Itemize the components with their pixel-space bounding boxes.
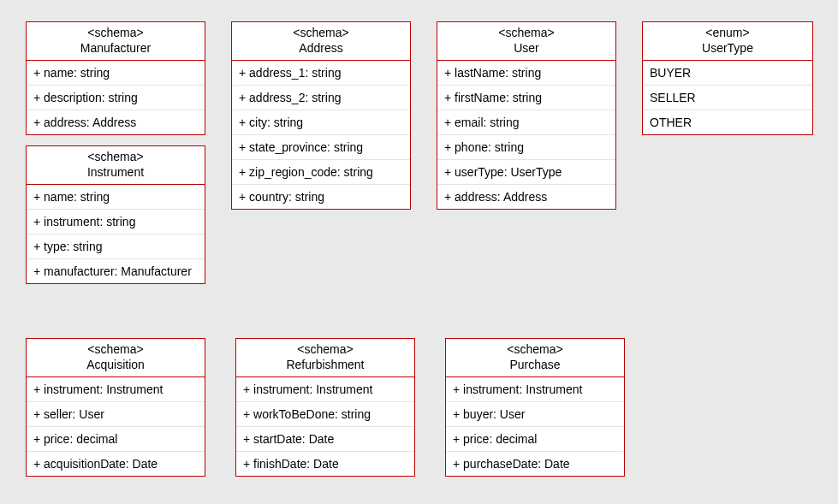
entity-title: Purchase [451, 358, 619, 373]
entity-row: + city: string [232, 110, 410, 135]
entity-row: + address_2: string [232, 86, 410, 110]
entity-row: + country: string [232, 185, 410, 209]
entity-row: + address_1: string [232, 61, 410, 86]
entity-row: + price: decimal [27, 427, 205, 452]
entity-stereotype: <schema> [32, 150, 199, 165]
entity-row: + acquisitionDate: Date [27, 452, 205, 476]
entity-row: + finishDate: Date [236, 452, 414, 476]
entity-row: + manufacturer: Manufacturer [27, 259, 205, 283]
entity-row: + startDate: Date [236, 427, 414, 452]
entity-stereotype: <enum> [648, 26, 807, 41]
entity-row: + lastName: string [437, 61, 615, 86]
entity-row: + userType: UserType [437, 160, 615, 185]
entity-title: Manufacturer [32, 41, 199, 56]
entity-row: + instrument: Instrument [27, 377, 205, 402]
entity-row: + phone: string [437, 135, 615, 160]
entity-row: + instrument: Instrument [236, 377, 414, 402]
entity-address: <schema>Address+ address_1: string+ addr… [231, 21, 411, 210]
entity-purchase: <schema>Purchase+ instrument: Instrument… [445, 338, 625, 477]
entity-title: Address [237, 41, 405, 56]
entity-row: + state_province: string [232, 135, 410, 160]
entity-row: OTHER [643, 110, 812, 134]
entity-title: Refurbishment [241, 358, 409, 373]
entity-usertype: <enum>UserTypeBUYERSELLEROTHER [642, 21, 813, 135]
entity-header-acquisition: <schema>Acquisition [27, 339, 205, 377]
entity-stereotype: <schema> [32, 342, 199, 358]
entity-header-address: <schema>Address [232, 22, 410, 61]
entity-row: + zip_region_code: string [232, 160, 410, 185]
entity-refurbishment: <schema>Refurbishment+ instrument: Instr… [235, 338, 415, 477]
entity-title: User [443, 41, 610, 56]
entity-user: <schema>User+ lastName: string+ firstNam… [437, 21, 616, 210]
entity-acquisition: <schema>Acquisition+ instrument: Instrum… [26, 338, 205, 477]
entity-instrument: <schema>Instrument+ name: string+ instru… [26, 145, 205, 284]
entity-row: + firstName: string [437, 86, 615, 110]
entity-stereotype: <schema> [241, 342, 409, 358]
entity-header-usertype: <enum>UserType [643, 22, 812, 61]
entity-stereotype: <schema> [32, 26, 199, 41]
entity-row: + buyer: User [446, 402, 624, 427]
entity-header-instrument: <schema>Instrument [27, 146, 205, 185]
entity-stereotype: <schema> [237, 26, 405, 41]
entity-row: + purchaseDate: Date [446, 452, 624, 476]
entity-header-user: <schema>User [437, 22, 615, 61]
entity-row: + type: string [27, 234, 205, 259]
entity-row: + name: string [27, 185, 205, 210]
entity-header-manufacturer: <schema>Manufacturer [27, 22, 205, 61]
entity-row: SELLER [643, 86, 812, 110]
entity-title: Acquisition [32, 358, 199, 373]
entity-row: + instrument: Instrument [446, 377, 624, 402]
entity-row: + description: string [27, 86, 205, 110]
entity-header-refurbishment: <schema>Refurbishment [236, 339, 414, 377]
entity-row: + name: string [27, 61, 205, 86]
entity-manufacturer: <schema>Manufacturer+ name: string+ desc… [26, 21, 205, 135]
entity-title: Instrument [32, 165, 199, 181]
entity-row: + workToBeDone: string [236, 402, 414, 427]
entity-row: + address: Address [437, 185, 615, 209]
entity-title: UserType [648, 41, 807, 56]
entity-row: + seller: User [27, 402, 205, 427]
entity-row: + instrument: string [27, 210, 205, 234]
entity-row: BUYER [643, 61, 812, 86]
entity-header-purchase: <schema>Purchase [446, 339, 624, 377]
entity-row: + address: Address [27, 110, 205, 134]
entity-stereotype: <schema> [443, 26, 610, 41]
entity-row: + email: string [437, 110, 615, 135]
entity-row: + price: decimal [446, 427, 624, 452]
entity-stereotype: <schema> [451, 342, 619, 358]
